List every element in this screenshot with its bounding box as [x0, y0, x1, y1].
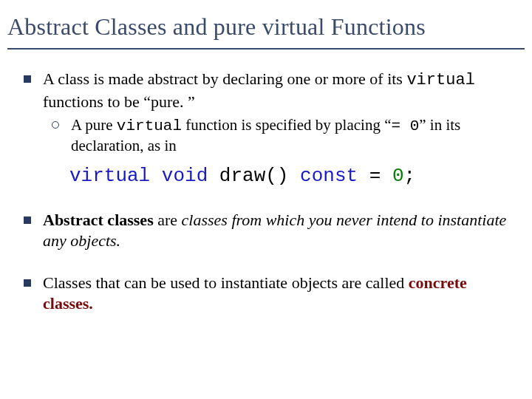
text: function is specified by placing “ [182, 116, 391, 134]
code-example: virtual void draw() const = 0; [69, 164, 519, 189]
sub-bullet-1: A pure virtual function is specified by … [43, 115, 519, 157]
code-inline: virtual [117, 117, 182, 134]
code-text: draw() [208, 165, 300, 187]
keyword: virtual [69, 165, 150, 187]
slide-body: A class is made abstract by declaring on… [7, 69, 525, 315]
text: are [154, 211, 182, 229]
sub-bullet-list: A pure virtual function is specified by … [43, 115, 519, 157]
bullet-1: A class is made abstract by declaring on… [13, 69, 519, 189]
keyword: void [162, 165, 208, 187]
text: A pure [71, 116, 117, 134]
number-literal: 0 [392, 165, 404, 187]
text: Classes that can be used to instantiate … [43, 273, 409, 292]
slide-title: Abstract Classes and pure virtual Functi… [7, 13, 525, 50]
slide: Abstract Classes and pure virtual Functi… [0, 0, 532, 399]
code-inline: virtual [406, 71, 474, 89]
keyword: const [300, 165, 358, 187]
code-inline: = 0 [391, 117, 419, 134]
code-text: ; [404, 165, 416, 187]
bullet-list: A class is made abstract by declaring on… [13, 69, 519, 315]
code-text: = [358, 165, 392, 187]
text: functions to be “pure. ” [43, 92, 195, 111]
bold-text: Abstract classes [43, 211, 154, 229]
bullet-2: Abstract classes are classes from which … [13, 210, 519, 252]
text: A class is made abstract by declaring on… [43, 69, 406, 88]
bullet-3: Classes that can be used to instantiate … [13, 273, 519, 315]
